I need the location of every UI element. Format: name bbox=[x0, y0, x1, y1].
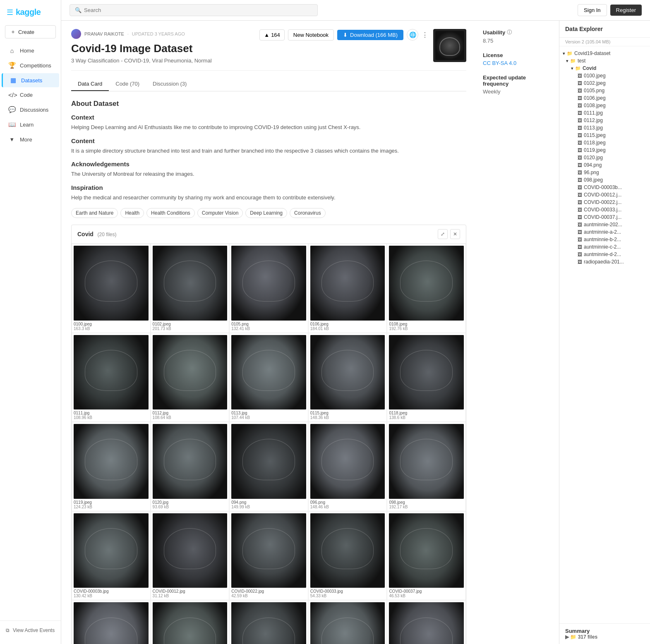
image-cell[interactable]: 094.png 149.99 kB bbox=[229, 422, 308, 511]
image-cell[interactable]: auntminnie-d-2020_01_... 117.81 kB bbox=[387, 600, 466, 644]
tree-file-item[interactable]: 🖼 auntminnie-c-2... bbox=[559, 243, 650, 251]
tab-code[interactable]: Code (70) bbox=[109, 77, 146, 91]
more-options-icon[interactable]: ⋮ bbox=[422, 31, 428, 39]
tree-file-item[interactable]: 🖼 COVID-00037.j... bbox=[559, 213, 650, 221]
tag-item[interactable]: Earth and Nature bbox=[71, 208, 118, 218]
tag-item[interactable]: Computer Vision bbox=[197, 208, 243, 218]
tree-file-item[interactable]: 🖼 COVID-00012.j... bbox=[559, 191, 650, 199]
image-cell[interactable]: 0105.png 132.41 kB bbox=[229, 244, 308, 333]
search-input[interactable] bbox=[84, 7, 312, 13]
tree-file-item[interactable]: 🖼 0106.jpeg bbox=[559, 94, 650, 102]
create-button[interactable]: ＋ Create bbox=[5, 25, 56, 38]
tree-file-item[interactable]: 🖼 0112.jpg bbox=[559, 117, 650, 124]
image-cell[interactable]: auntminnie-b-2020_01_... 130.23 kB bbox=[229, 600, 308, 644]
tabs: Data Card Code (70) Discussion (3) bbox=[71, 77, 466, 91]
tree-type-icon: 🖼 bbox=[578, 133, 582, 138]
tree-file-item[interactable]: 🖼 COVID-00003b... bbox=[559, 184, 650, 191]
tree-file-item[interactable]: 🖼 0115.jpeg bbox=[559, 132, 650, 139]
tree-folder-item[interactable]: ▾ 📁 Covid19-dataset bbox=[559, 50, 650, 57]
tab-datacard[interactable]: Data Card bbox=[71, 77, 109, 91]
tree-file-item[interactable]: 🖼 auntminnie-b-2... bbox=[559, 236, 650, 243]
tree-file-item[interactable]: 🖼 auntminnie-a-2... bbox=[559, 228, 650, 236]
tree-folder-item[interactable]: ▾ 📁 Covid bbox=[559, 65, 650, 72]
new-notebook-button[interactable]: New Notebook bbox=[288, 29, 334, 41]
tree-file-item[interactable]: 🖼 0108.jpeg bbox=[559, 102, 650, 109]
image-size: 108.64 kB bbox=[153, 415, 228, 420]
tree-file-item[interactable]: 🖼 COVID-00033.j... bbox=[559, 206, 650, 213]
tree-file-item[interactable]: 🖼 0120.jpg bbox=[559, 154, 650, 161]
image-cell[interactable]: 0100.jpeg 163.3 kB bbox=[72, 244, 151, 333]
image-cell[interactable]: 0115.jpeg 148.36 kB bbox=[308, 333, 387, 422]
tree-file-item[interactable]: 🖼 radiopaedia-201... bbox=[559, 258, 650, 266]
tree-file-item[interactable]: 🖼 094.png bbox=[559, 161, 650, 169]
hamburger-icon[interactable]: ☰ bbox=[7, 8, 13, 17]
usability-info-icon[interactable]: ⓘ bbox=[507, 29, 512, 36]
sidebar-item-datasets[interactable]: ▦ Datasets bbox=[2, 73, 59, 87]
search-box[interactable]: 🔍 bbox=[70, 4, 318, 16]
tree-file-item[interactable]: 🖼 0118.jpeg bbox=[559, 139, 650, 146]
signin-button[interactable]: Sign In bbox=[578, 4, 607, 16]
register-button[interactable]: Register bbox=[610, 5, 642, 16]
logo[interactable]: ☰ kaggle bbox=[0, 4, 61, 24]
sidebar-item-code[interactable]: </> Code bbox=[2, 88, 59, 102]
image-cell[interactable]: 0111.jpg 108.96 kB bbox=[72, 333, 151, 422]
sidebar-item-home[interactable]: ⌂ Home bbox=[2, 44, 59, 57]
image-filename: COVID-00037.jpg bbox=[389, 589, 464, 594]
tree-file-item[interactable]: 🖼 098.jpeg bbox=[559, 176, 650, 184]
image-cell[interactable]: 098.jpeg 192.17 kB bbox=[387, 422, 466, 511]
tree-file-item[interactable]: 🖼 0100.jpeg bbox=[559, 72, 650, 79]
image-cell[interactable]: auntminnie-2020_01_31... 108.64 kB bbox=[72, 600, 151, 644]
image-cell[interactable]: 0112.jpg 108.64 kB bbox=[151, 333, 230, 422]
download-button[interactable]: ⬇ Download (166 MB) bbox=[337, 30, 403, 40]
image-filename: 0105.png bbox=[231, 322, 306, 326]
view-events-button[interactable]: ⧉ View Active Events bbox=[0, 624, 61, 637]
tree-file-item[interactable]: 🖼 auntminnie-d-2... bbox=[559, 251, 650, 258]
tag-item[interactable]: Health bbox=[120, 208, 144, 218]
image-cell[interactable]: 0102.jpeg 201.73 kB bbox=[151, 244, 230, 333]
image-cell[interactable]: 0113.jpg 107.44 kB bbox=[229, 333, 308, 422]
tree-file-item[interactable]: 🖼 COVID-00022.j... bbox=[559, 199, 650, 206]
tab-discussion[interactable]: Discussion (3) bbox=[146, 77, 193, 91]
usability-value: 8.75 bbox=[483, 38, 552, 44]
image-cell[interactable]: 0108.jpeg 192.76 kB bbox=[387, 244, 466, 333]
sidebar-item-competitions[interactable]: 🏆 Competitions bbox=[2, 58, 59, 72]
tree-file-item[interactable]: 🖼 96.png bbox=[559, 169, 650, 176]
sidebar-item-more[interactable]: ▾ More bbox=[2, 132, 59, 146]
image-cell[interactable]: auntminnie-a-2020_01_... 134.51 kB bbox=[151, 600, 230, 644]
license-link[interactable]: CC BY-SA 4.0 bbox=[483, 60, 516, 66]
image-cell[interactable]: 0120.jpg 93.69 kB bbox=[151, 422, 230, 511]
image-cell[interactable]: 0119.jpeg 124.23 kB bbox=[72, 422, 151, 511]
tree-file-item[interactable]: 🖼 auntminnie-202... bbox=[559, 221, 650, 228]
image-cell[interactable]: COVID-00012.jpg 31.12 kB bbox=[151, 511, 230, 601]
grid-close-button[interactable]: ✕ bbox=[450, 229, 460, 239]
globe-icon[interactable]: 🌐 bbox=[407, 29, 418, 41]
tree-folder-item[interactable]: ▾ 📁 test bbox=[559, 57, 650, 65]
tree-file-item[interactable]: 🖼 0111.jpg bbox=[559, 109, 650, 117]
tag-item[interactable]: Deep Learning bbox=[245, 208, 287, 218]
image-cell[interactable]: 0106.jpeg 184.01 kB bbox=[308, 244, 387, 333]
sidebar-item-discussions[interactable]: 💬 Discussions bbox=[2, 103, 59, 117]
tree-file-item[interactable]: 🖼 0119.jpeg bbox=[559, 146, 650, 154]
tag-item[interactable]: Coronavirus bbox=[290, 208, 326, 218]
tag-item[interactable]: Health Conditions bbox=[146, 208, 195, 218]
sidebar-item-label: Competitions bbox=[20, 62, 51, 69]
image-cell[interactable]: COVID-00033.jpg 54.33 kB bbox=[308, 511, 387, 601]
image-cell[interactable]: 096.png 148.46 kB bbox=[308, 422, 387, 511]
image-cell[interactable]: COVID-00003b.jpg 130.42 kB bbox=[72, 511, 151, 601]
update-freq-value: Weekly bbox=[483, 89, 552, 95]
grid-expand-button[interactable]: ⤢ bbox=[438, 229, 448, 239]
sidebar-item-learn[interactable]: 📖 Learn bbox=[2, 117, 59, 132]
tree-file-item[interactable]: 🖼 0113.jpg bbox=[559, 124, 650, 132]
image-cell[interactable]: 0118.jpeg 138.6 kB bbox=[387, 333, 466, 422]
main-content: 🔍 Sign In Register PRANAV RAIKOTE · UPDA… bbox=[61, 0, 650, 644]
vote-button[interactable]: ▲ 164 bbox=[259, 29, 285, 41]
tree-file-item[interactable]: 🖼 0105.png bbox=[559, 87, 650, 94]
image-cell[interactable]: auntminnie-c-2020_01_... 131.17 kB bbox=[308, 600, 387, 644]
sidebar-item-label: Home bbox=[20, 48, 34, 54]
xray-image bbox=[153, 513, 228, 588]
image-cell[interactable]: COVID-00037.jpg 46.53 kB bbox=[387, 511, 466, 601]
image-cell[interactable]: COVID-00022.jpg 42.59 kB bbox=[229, 511, 308, 601]
tree-file-item[interactable]: 🖼 0102.jpeg bbox=[559, 79, 650, 87]
file-tree: ▾ 📁 Covid19-dataset ▾ 📁 test ▾ 📁 Covid 🖼… bbox=[559, 46, 650, 623]
topbar: 🔍 Sign In Register bbox=[61, 0, 650, 21]
